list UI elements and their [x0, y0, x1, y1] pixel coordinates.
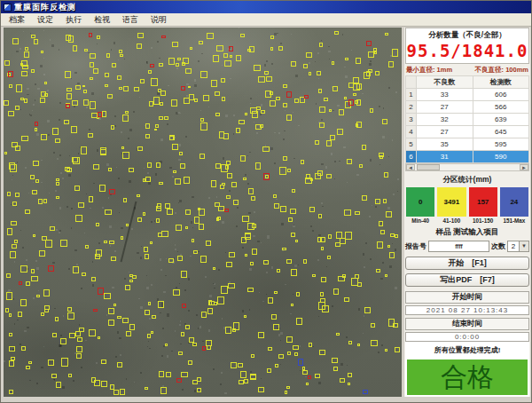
noise-dark-dot [201, 53, 202, 54]
scroll-left-icon[interactable]: ◄ [406, 164, 415, 170]
noise-light-dot [167, 355, 169, 358]
noise-dark-dot [233, 133, 235, 135]
noise-light-dot [106, 314, 108, 315]
defect-marker-yellow [353, 83, 360, 91]
defect-marker-yellow [89, 196, 93, 202]
noise-light-dot [280, 332, 282, 334]
table-row[interactable]: 631590 [406, 151, 529, 163]
noise-dark-dot [392, 243, 393, 244]
table-row[interactable]: 427645 [406, 126, 529, 138]
defect-marker-yellow [382, 119, 388, 124]
count-dropdown[interactable]: 2 ▼ [507, 241, 529, 252]
noise-light-dot [12, 179, 12, 180]
noise-dark-dot [40, 65, 43, 67]
table-row[interactable]: 227566 [406, 101, 529, 114]
defect-marker-yellow [306, 52, 312, 58]
defect-marker-yellow [99, 185, 106, 192]
noise-dark-dot [59, 344, 62, 346]
defect-marker-yellow [353, 93, 356, 96]
analysis-summary: 分析数量（不良/全部） 95.5/1841.0 [405, 28, 529, 64]
noise-light-dot [118, 59, 119, 60]
defect-marker-yellow [105, 84, 108, 88]
defect-marker-yellow [93, 68, 98, 75]
menu-item-1[interactable]: 设定 [31, 13, 59, 27]
noise-dark-dot [266, 294, 267, 295]
defect-marker-yellow [395, 347, 400, 352]
menu-item-3[interactable]: 检视 [88, 13, 116, 27]
noise-dark-dot [347, 365, 348, 366]
noise-dark-dot [91, 92, 94, 95]
menu-item-4[interactable]: 语言 [116, 13, 145, 27]
defect-marker-yellow [71, 126, 78, 133]
defect-marker-red [98, 112, 103, 117]
defect-marker-yellow [168, 258, 174, 263]
defect-marker-yellow [228, 283, 234, 289]
noise-light-dot [147, 172, 149, 174]
table-cell: 4 [406, 126, 417, 138]
defect-marker-yellow [132, 275, 136, 279]
noise-dark-dot [283, 138, 285, 140]
defect-marker-yellow [112, 63, 117, 67]
defect-marker-yellow [172, 144, 178, 151]
defect-marker-yellow [386, 211, 392, 217]
noise-dark-dot [395, 249, 397, 251]
noise-dark-dot [89, 129, 90, 130]
noise-light-dot [110, 245, 112, 247]
noise-dark-dot [13, 298, 14, 299]
defect-marker-yellow [90, 53, 96, 59]
defect-marker-yellow [44, 82, 48, 85]
defect-marker-yellow [318, 214, 322, 218]
noise-dark-dot [29, 114, 30, 115]
defect-marker-yellow [113, 390, 119, 396]
noise-dark-dot [41, 367, 43, 368]
scroll-right-icon[interactable]: ► [520, 164, 528, 170]
defect-marker-yellow [233, 200, 239, 204]
noise-dark-dot [192, 196, 194, 199]
defect-marker-red [366, 41, 372, 47]
defect-marker-yellow [188, 360, 192, 364]
noise-dark-dot [17, 320, 19, 320]
table-cell: 595 [473, 138, 529, 151]
analysis-title: 分析数量（不良/全部） [406, 30, 528, 41]
defect-marker-yellow [12, 38, 18, 43]
noise-light-dot [309, 62, 311, 65]
start-button[interactable]: 开始 [F1] [405, 257, 529, 270]
noise-light-dot [43, 58, 44, 59]
defect-marker-yellow [165, 344, 168, 346]
menu-item-5[interactable]: 说明 [145, 13, 173, 27]
table-row[interactable]: 133606 [406, 89, 529, 101]
noise-dark-dot [169, 167, 172, 169]
defect-marker-yellow [36, 295, 40, 297]
noise-dark-dot [213, 368, 215, 370]
noise-light-dot [108, 59, 109, 59]
menu-item-0[interactable]: 档案 [3, 13, 31, 27]
camera-image [4, 28, 402, 397]
noise-light-dot [267, 235, 270, 238]
noise-dark-dot [223, 157, 224, 159]
table-row[interactable]: 332639 [406, 114, 529, 126]
defect-marker-yellow [200, 256, 207, 263]
noise-light-dot [259, 292, 260, 293]
zone-range-label-2: 101-150 [469, 217, 497, 224]
defect-marker-yellow [26, 281, 29, 286]
noise-light-dot [28, 193, 30, 194]
export-pdf-button[interactable]: 写出PDF [F7] [405, 273, 529, 287]
noise-dark-dot [280, 364, 282, 366]
chevron-down-icon[interactable]: ▼ [519, 241, 528, 251]
defect-marker-yellow [344, 97, 348, 99]
table-hscrollbar[interactable]: ◄ ► [405, 163, 529, 171]
noise-dark-dot [236, 225, 238, 227]
defect-marker-yellow [28, 361, 33, 365]
noise-dark-dot [98, 242, 100, 244]
noise-dark-dot [141, 246, 142, 247]
noise-dark-dot [35, 83, 36, 85]
table-row[interactable]: 535595 [406, 138, 529, 151]
defect-marker-yellow [319, 350, 325, 355]
scroll-track[interactable] [415, 164, 520, 170]
noise-light-dot [177, 112, 179, 115]
menu-item-2[interactable]: 执行 [59, 13, 88, 27]
report-no-input[interactable] [428, 241, 489, 252]
noise-light-dot [387, 207, 390, 209]
scroll-thumb[interactable] [417, 164, 440, 170]
noise-light-dot [149, 318, 151, 320]
